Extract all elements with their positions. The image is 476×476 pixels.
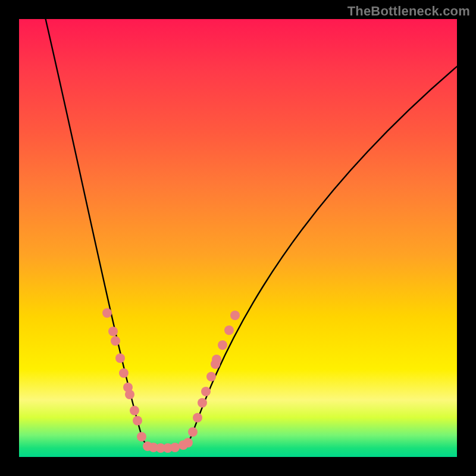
watermark-text: TheBottleneck.com [347, 4, 470, 19]
scatter-dot [212, 355, 221, 364]
scatter-dot [198, 398, 207, 408]
scatter-dot [193, 413, 202, 422]
scatter-dot [133, 416, 142, 425]
scatter-dot [201, 387, 211, 396]
scatter-dot [125, 390, 134, 399]
chart-svg [19, 19, 457, 457]
scatter-dot [206, 372, 216, 381]
chart-frame: TheBottleneck.com [0, 0, 476, 476]
bottleneck-curve [43, 19, 457, 447]
scatter-dot [188, 427, 198, 437]
plot-area [19, 19, 457, 457]
scatter-dot [137, 432, 146, 441]
scatter-dot [119, 368, 129, 378]
scatter-dot [130, 406, 139, 415]
scatter-dot [108, 327, 118, 336]
scatter-dots [102, 308, 240, 453]
scatter-dot [111, 336, 120, 346]
scatter-dot [230, 311, 240, 320]
scatter-dot [115, 353, 125, 363]
scatter-dot [102, 308, 112, 318]
scatter-dot [170, 443, 180, 452]
scatter-dot [218, 340, 227, 350]
scatter-dot [224, 325, 234, 335]
scatter-dot [183, 438, 193, 447]
